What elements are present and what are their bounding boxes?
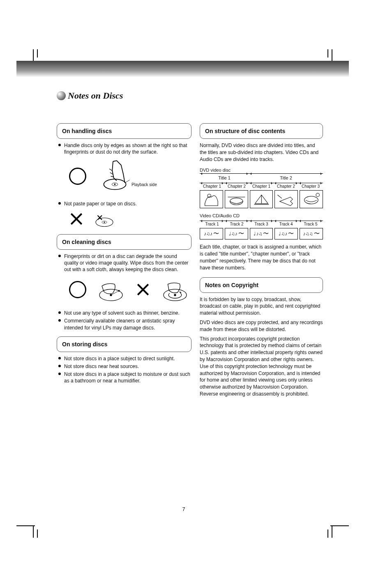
track-cell: ♩♪♫〜 <box>250 228 273 239</box>
handling-bullet-2: Not paste paper or tape on discs. <box>57 200 191 207</box>
cleaning-bullet-1: Fingerprints or dirt on a disc can degra… <box>57 253 191 273</box>
handling-bullet-1: Handle discs only by edges as shown at t… <box>57 142 191 155</box>
storing-text-3: Not store discs in a place subject to mo… <box>64 371 191 384</box>
track-label: Track 3 <box>249 221 274 226</box>
cleaning-text-2: Not use any type of solvent such as thin… <box>64 310 180 316</box>
cleaning-bullet-3: Commercially available cleaners or antis… <box>57 318 191 331</box>
chapter-label: Chapter 2 <box>224 183 249 189</box>
track-label: Track 4 <box>274 221 298 226</box>
svg-point-17 <box>230 198 243 205</box>
structure-para: Normally, DVD video discs are divided in… <box>200 142 323 163</box>
dvd-label: DVD video disc <box>200 168 323 173</box>
section-heading-copyright: Notes on Copyright <box>200 277 323 293</box>
chapter-thumb <box>200 190 223 208</box>
section-heading-handling: On handling discs <box>57 123 191 139</box>
wipe-circular-icon <box>159 275 191 304</box>
disc-tape-icon <box>92 210 117 228</box>
svg-point-21 <box>316 193 319 197</box>
svg-point-2 <box>114 184 116 185</box>
track-label: Track 2 <box>224 221 249 226</box>
track-cell: ♩♫♪〜 <box>274 228 298 239</box>
right-column: On structure of disc contents Normally, … <box>200 123 323 398</box>
storing-bullet-3: Not store discs in a place subject to mo… <box>57 371 191 384</box>
track-cell: ♪♫♫〜 <box>300 228 323 239</box>
hand-holding-disc-icon <box>95 158 131 195</box>
content-columns: On handling discs Handle discs only by e… <box>57 123 323 398</box>
svg-point-14 <box>174 294 176 296</box>
wipe-radial-icon <box>95 275 127 304</box>
header-gradient <box>16 61 349 77</box>
storing-text-1: Not store discs in a place subject to di… <box>64 355 175 362</box>
handling-text-1: Handle discs only by edges as shown at t… <box>64 142 191 155</box>
section-heading-structure: On structure of disc contents <box>200 123 323 139</box>
page-number: 7 <box>0 506 367 512</box>
copyright-para-2: DVD video discs are copy protected, and … <box>200 319 323 333</box>
section-heading-cleaning: On cleaning discs <box>57 234 191 250</box>
cleaning-figure <box>69 275 191 304</box>
track-cell: ♩♫♪〜 <box>225 228 248 239</box>
cd-structure-diagram: Video CD/Audio CD Track 1 Track 2 Track … <box>200 213 323 239</box>
cleaning-text-1: Fingerprints or dirt on a disc can degra… <box>64 253 191 273</box>
title-1-label: Title 1 <box>200 173 249 180</box>
svg-point-16 <box>208 194 211 198</box>
ok-circle-icon <box>69 168 86 185</box>
ok-circle-icon <box>69 281 86 298</box>
playback-side-label: Playback side <box>131 182 157 187</box>
chapter-thumb <box>274 190 298 208</box>
chapter-thumb <box>300 190 323 208</box>
section-bullet-sphere <box>57 91 66 100</box>
chapter-label: Chapter 2 <box>274 183 298 189</box>
handling-text-2: Not paste paper or tape on discs. <box>64 200 137 207</box>
storing-text-2: Not store discs near heat sources. <box>64 363 139 370</box>
cross-icon <box>136 282 150 297</box>
track-label: Track 1 <box>200 221 224 226</box>
cleaning-bullet-2: Not use any type of solvent such as thin… <box>57 310 191 316</box>
track-label: Track 5 <box>298 221 323 226</box>
handling-figure-good: Playback side <box>69 158 191 195</box>
structure-para-2: Each title, chapter, or track is assigne… <box>200 244 323 271</box>
chapter-label: Chapter 1 <box>200 183 224 189</box>
handling-figure-bad <box>69 210 191 228</box>
cross-icon <box>69 212 84 226</box>
left-column: On handling discs Handle discs only by e… <box>57 123 191 398</box>
copyright-para-1: It is forbidden by law to copy, broadcas… <box>200 296 323 317</box>
chapter-label: Chapter 3 <box>298 183 323 189</box>
cd-label: Video CD/Audio CD <box>200 213 323 218</box>
dvd-structure-diagram: DVD video disc Title 1 Title 2 Chapter 1… <box>200 168 323 208</box>
storing-bullet-2: Not store discs near heat sources. <box>57 363 191 370</box>
svg-marker-15 <box>179 292 182 293</box>
svg-line-19 <box>278 195 282 198</box>
cleaning-text-3: Commercially available cleaners or antis… <box>64 318 191 331</box>
chapter-label: Chapter 1 <box>249 183 274 189</box>
track-cell: ♪♫♪〜 <box>200 228 223 239</box>
svg-point-20 <box>304 196 318 204</box>
copyright-para-3: This product incorporates copyright prot… <box>200 336 323 398</box>
svg-point-6 <box>104 221 105 223</box>
svg-line-3 <box>125 180 130 183</box>
storing-bullet-1: Not store discs in a place subject to di… <box>57 355 191 362</box>
chapter-thumb <box>225 190 248 208</box>
title-2-label: Title 2 <box>249 173 323 180</box>
section-heading-storing: On storing discs <box>57 336 191 352</box>
page-title: Notes on Discs <box>68 90 123 101</box>
chapter-thumb <box>250 190 273 208</box>
